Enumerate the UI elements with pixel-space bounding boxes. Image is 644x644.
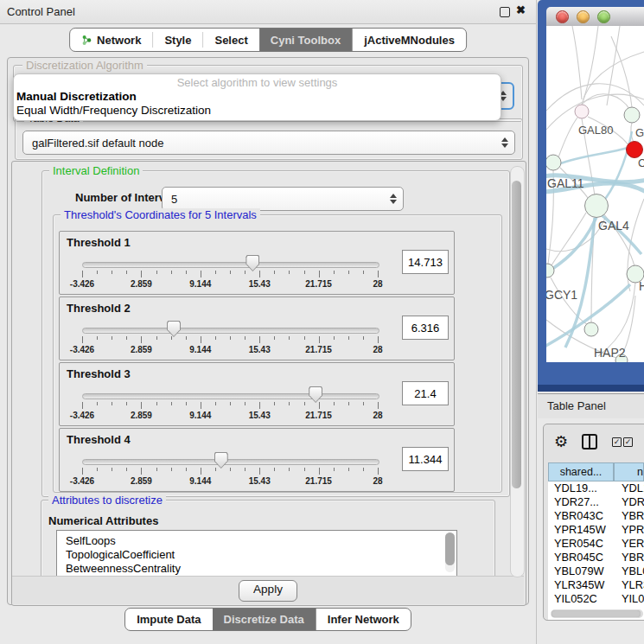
node-hap2[interactable] bbox=[584, 322, 598, 336]
tab-discretize-data[interactable]: Discretize Data bbox=[213, 609, 316, 630]
close-icon[interactable]: ✖ bbox=[516, 3, 526, 16]
network-edge[interactable] bbox=[546, 218, 605, 252]
tab-select[interactable]: Select bbox=[203, 29, 258, 51]
tab-style[interactable]: Style bbox=[153, 29, 202, 51]
attribute-list-item[interactable]: BetweennessCentrality bbox=[57, 562, 456, 576]
select-columns-icon[interactable]: ✓ ✓ bbox=[612, 437, 633, 447]
node-selected-red[interactable] bbox=[627, 142, 643, 158]
combo-arrows-icon bbox=[501, 137, 508, 148]
table-cell-shared-name[interactable]: YPR145W bbox=[548, 523, 618, 537]
threshold-value-field[interactable] bbox=[402, 250, 449, 274]
table-row[interactable]: YBR043CYBR0 bbox=[548, 509, 644, 523]
table-cell-shared-name[interactable]: YBR045C bbox=[548, 551, 618, 564]
table-row[interactable]: YBR045CYBR0 bbox=[548, 551, 644, 564]
network-edge[interactable] bbox=[558, 118, 577, 157]
tab-cyni-toolbox[interactable]: Cyni Toolbox bbox=[259, 29, 352, 51]
table-cell-shared-name[interactable]: YDR27... bbox=[548, 495, 618, 509]
table-row[interactable]: YDL19...YDL1 bbox=[548, 481, 644, 495]
table-row[interactable]: YDR27...YDR2 bbox=[548, 495, 644, 509]
apply-button[interactable]: Apply bbox=[239, 580, 297, 602]
table-cell-shared-name[interactable]: YBL079W bbox=[548, 564, 618, 578]
threshold-panel-4: Threshold 4-3.4262.8599.14415.4321.71528 bbox=[59, 428, 455, 492]
tab-jactivemnodules-label: jActiveMNodules bbox=[364, 34, 455, 47]
table-row[interactable]: YIL052CYIL0 bbox=[548, 592, 644, 606]
settings-vertical-scrollbar[interactable] bbox=[510, 166, 525, 577]
node-gal[interactable] bbox=[624, 107, 640, 123]
column-layout-icon[interactable] bbox=[582, 434, 597, 450]
zoom-traffic-light-icon[interactable] bbox=[597, 10, 610, 23]
numerical-attributes-list[interactable]: SelfLoopsTopologicalCoefficientBetweenne… bbox=[56, 530, 457, 577]
minimize-traffic-light-icon[interactable] bbox=[577, 10, 590, 23]
network-edge[interactable] bbox=[583, 26, 598, 99]
table-cell-name[interactable]: YBR0 bbox=[618, 509, 644, 523]
tab-infer-network[interactable]: Infer Network bbox=[316, 609, 411, 630]
dropdown-option-equal-width-frequency[interactable]: Equal Width/Frequency Discretization bbox=[14, 104, 501, 118]
attribute-list-item[interactable]: SelfLoops bbox=[57, 534, 456, 548]
slider-track[interactable] bbox=[82, 328, 379, 334]
table-cell-name[interactable]: YBL0 bbox=[618, 564, 644, 578]
table-cell-name[interactable]: YDR2 bbox=[618, 495, 644, 509]
table-cell-name[interactable]: YIL0 bbox=[618, 592, 644, 606]
table-row[interactable]: YBL079WYBL0 bbox=[548, 564, 644, 578]
gear-icon[interactable]: ⚙ bbox=[554, 434, 568, 450]
node-gal11[interactable] bbox=[546, 155, 561, 170]
slider-track[interactable] bbox=[82, 459, 379, 465]
table-horizontal-scrollbar[interactable] bbox=[551, 609, 643, 618]
table-cell-name[interactable]: YER0 bbox=[618, 537, 644, 551]
slider-thumb[interactable] bbox=[245, 255, 259, 271]
cyni-toolbox-panel: Discretization Algorithm Select algorith… bbox=[7, 57, 529, 605]
table-cell-shared-name[interactable]: YDL19... bbox=[548, 481, 618, 495]
network-window-titlebar[interactable] bbox=[546, 7, 644, 27]
network-edge-highlighted[interactable] bbox=[602, 131, 632, 203]
scrollbar-thumb[interactable] bbox=[512, 181, 521, 488]
table-data-group: Table Data galFiltered.sif default node bbox=[15, 118, 523, 160]
attribute-list-item[interactable]: TopologicalCoefficient bbox=[57, 548, 456, 562]
slider-thumb[interactable] bbox=[309, 386, 322, 403]
table-row[interactable]: YPR145WYPR1 bbox=[548, 523, 644, 537]
scrollbar-thumb[interactable] bbox=[552, 610, 641, 617]
slider-thumb[interactable] bbox=[167, 321, 181, 337]
table-cell-name[interactable]: YPR1 bbox=[618, 523, 644, 537]
threshold-value-field[interactable] bbox=[402, 447, 449, 471]
network-edge-highlighted[interactable] bbox=[558, 148, 628, 164]
scrollbar-thumb[interactable] bbox=[445, 532, 455, 565]
node-gal80[interactable] bbox=[575, 105, 589, 118]
node-gal4[interactable] bbox=[585, 194, 609, 218]
table-toolbar: ⚙ ✓ ✓ bbox=[544, 424, 644, 459]
number-of-intervals-combobox[interactable]: 5 bbox=[162, 187, 404, 211]
table-data-combobox[interactable]: galFiltered.sif default node bbox=[22, 131, 515, 155]
table-cell-name[interactable]: YLR3 bbox=[618, 578, 644, 592]
table-cell-shared-name[interactable]: YLR345W bbox=[548, 578, 618, 592]
table-row[interactable]: YLR345WYLR3 bbox=[548, 578, 644, 592]
table-cell-shared-name[interactable]: YIL052C bbox=[548, 592, 618, 606]
network-edge[interactable] bbox=[582, 94, 629, 109]
table-cell-name[interactable]: YBR0 bbox=[618, 551, 644, 564]
node-gcy1[interactable] bbox=[546, 264, 554, 277]
slider-thumb[interactable] bbox=[214, 452, 228, 469]
slider-ticks bbox=[82, 402, 378, 410]
node-label: GAL11 bbox=[547, 176, 584, 190]
table-cell-name[interactable]: YDL1 bbox=[618, 481, 644, 495]
tab-jactivemnodules[interactable]: jActiveMNodules bbox=[352, 29, 466, 51]
close-traffic-light-icon[interactable] bbox=[556, 10, 569, 23]
table-cell-shared-name[interactable]: YBR043C bbox=[548, 509, 618, 523]
column-header-shared[interactable]: shared... bbox=[548, 462, 614, 481]
network-edge[interactable] bbox=[607, 26, 620, 105]
table-row[interactable]: YER054CYER0 bbox=[548, 537, 644, 551]
node-label: H bbox=[639, 279, 644, 293]
column-header-name[interactable]: na bbox=[614, 462, 644, 481]
traffic-lights bbox=[556, 10, 610, 23]
network-canvas[interactable]: GAL80GALCGAL11GAL4GCY1HHAP2 bbox=[546, 26, 644, 362]
tab-impute-data[interactable]: Impute Data bbox=[125, 609, 212, 630]
slider-track[interactable] bbox=[82, 393, 379, 399]
threshold-value-field[interactable] bbox=[402, 316, 449, 340]
table-cell-shared-name[interactable]: YER054C bbox=[548, 537, 618, 551]
threshold-label: Threshold 1 bbox=[67, 236, 131, 249]
threshold-value-field[interactable] bbox=[402, 381, 449, 405]
checkbox-icon: ✓ bbox=[612, 437, 622, 447]
tab-network[interactable]: Network bbox=[70, 29, 152, 51]
dropdown-option-manual-discretization[interactable]: Manual Discretization bbox=[14, 90, 501, 104]
float-window-icon[interactable] bbox=[500, 7, 510, 17]
attributes-list-scrollbar[interactable] bbox=[445, 532, 455, 572]
slider-track[interactable] bbox=[82, 262, 379, 268]
